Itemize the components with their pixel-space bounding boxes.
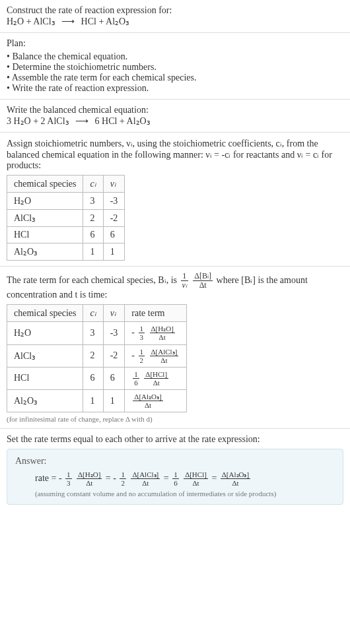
cell-c: 2 (83, 344, 103, 367)
reaction-arrow-icon: ⟶ (61, 16, 75, 27)
prompt-title: Construct the rate of reaction expressio… (7, 5, 343, 16)
cell-species: Al₂O₃ (7, 389, 83, 412)
table-row: AlCl₃ 2 -2 - 12 Δ[AlCl₃]Δt (7, 344, 187, 367)
fraction: Δ[H₂O]Δt (150, 325, 175, 341)
plan-list: Balance the chemical equation. Determine… (7, 51, 343, 94)
table-row: HCl 6 6 16 Δ[HCl]Δt (7, 367, 187, 389)
cell-species: HCl (7, 367, 83, 389)
cell-species: HCl (7, 227, 83, 243)
col-c: cᵢ (83, 176, 103, 193)
cell-nu: 1 (103, 243, 125, 261)
fraction: Δ[HCl]Δt (144, 370, 168, 387)
fraction: 13 (65, 470, 72, 487)
stoich-intro: Assign stoichiometric numbers, νᵢ, using… (7, 138, 343, 171)
prompt-section: Construct the rate of reaction expressio… (0, 0, 350, 33)
plan-item: Determine the stoichiometric numbers. (7, 62, 343, 73)
cell-c: 1 (83, 243, 103, 261)
col-species: chemical species (7, 305, 83, 322)
answer-note: (assuming constant volume and no accumul… (15, 490, 335, 498)
fraction: 12 (120, 470, 126, 487)
cell-c: 6 (83, 367, 103, 389)
plan-item: Balance the chemical equation. (7, 51, 343, 62)
cell-c: 3 (83, 322, 103, 344)
final-title: Set the rate terms equal to each other t… (7, 434, 343, 445)
rate-terms-intro: The rate term for each chemical species,… (7, 272, 343, 300)
rate-terms-footnote: (for infinitesimal rate of change, repla… (7, 415, 343, 423)
reaction-arrow-icon: ⟶ (75, 115, 88, 127)
cell-nu: 6 (103, 227, 125, 243)
plan-item: Assemble the rate term for each chemical… (7, 73, 343, 83)
fraction: Δ[Al₂O₃]Δt (221, 470, 250, 487)
plan-section: Plan: Balance the chemical equation. Det… (0, 33, 350, 100)
balanced-equation: 3 H₂O + 2 AlCl₃ ⟶ 6 HCl + Al₂O₃ (7, 115, 343, 127)
balanced-section: Write the balanced chemical equation: 3 … (0, 100, 350, 133)
col-rate: rate term (125, 305, 187, 322)
fraction: 12 (139, 348, 145, 364)
rate-terms-table: chemical species cᵢ νᵢ rate term H₂O 3 -… (7, 304, 187, 412)
fraction: Δ[HCl]Δt (184, 470, 208, 487)
final-section: Set the rate terms equal to each other t… (0, 429, 350, 510)
table-header-row: chemical species cᵢ νᵢ rate term (7, 305, 187, 322)
cell-c: 3 (83, 193, 103, 210)
fraction: 1 νᵢ (181, 272, 188, 290)
cell-species: AlCl₃ (7, 344, 83, 367)
col-c: cᵢ (83, 305, 103, 322)
fraction: Δ[Al₂O₃]Δt (133, 393, 162, 409)
cell-rate: 16 Δ[HCl]Δt (125, 367, 187, 389)
balanced-lhs: 3 H₂O + 2 AlCl₃ (7, 116, 69, 126)
answer-box: Answer: rate = - 13 Δ[H₂O]Δt = - 12 Δ[Al… (7, 449, 343, 505)
cell-species: AlCl₃ (7, 210, 83, 227)
cell-nu: -2 (103, 344, 125, 367)
table-row: Al₂O₃ 1 1 (7, 243, 125, 261)
fraction: Δ[H₂O]Δt (77, 470, 102, 487)
table-row: H₂O 3 -3 - 13 Δ[H₂O]Δt (7, 322, 187, 344)
fraction: 16 (172, 470, 179, 487)
cell-c: 1 (83, 389, 103, 412)
cell-species: H₂O (7, 322, 83, 344)
rate-terms-section: The rate term for each chemical species,… (0, 267, 350, 429)
cell-c: 6 (83, 227, 103, 243)
col-nu: νᵢ (103, 176, 125, 193)
cell-rate: - 12 Δ[AlCl₃]Δt (125, 344, 187, 367)
cell-species: Al₂O₃ (7, 243, 83, 261)
table-row: Al₂O₃ 1 1 Δ[Al₂O₃]Δt (7, 389, 187, 412)
answer-label: Answer: (15, 456, 335, 467)
cell-nu: -3 (103, 322, 125, 344)
cell-nu: 1 (103, 389, 125, 412)
cell-c: 2 (83, 210, 103, 227)
prompt-lhs: H₂O + AlCl₃ (7, 16, 55, 26)
prompt-equation: H₂O + AlCl₃ ⟶ HCl + Al₂O₃ (7, 16, 343, 27)
balanced-rhs: 6 HCl + Al₂O₃ (95, 116, 151, 126)
fraction: 13 (139, 325, 145, 341)
answer-rate-expression: rate = - 13 Δ[H₂O]Δt = - 12 Δ[AlCl₃]Δt =… (15, 470, 335, 487)
fraction: Δ[Bᵢ] Δt (193, 272, 213, 290)
stoich-numbers-section: Assign stoichiometric numbers, νᵢ, using… (0, 133, 350, 267)
plan-title: Plan: (7, 38, 343, 49)
col-species: chemical species (7, 176, 83, 193)
fraction: Δ[AlCl₃]Δt (131, 470, 160, 487)
prompt-rhs: HCl + Al₂O₃ (81, 16, 130, 26)
cell-rate: Δ[Al₂O₃]Δt (125, 389, 187, 412)
table-row: HCl 6 6 (7, 227, 125, 243)
table-row: H₂O 3 -3 (7, 193, 125, 210)
plan-item: Write the rate of reaction expression. (7, 83, 343, 94)
table-header-row: chemical species cᵢ νᵢ (7, 176, 125, 193)
table-row: AlCl₃ 2 -2 (7, 210, 125, 227)
stoich-table: chemical species cᵢ νᵢ H₂O 3 -3 AlCl₃ 2 … (7, 175, 125, 261)
fraction: Δ[AlCl₃]Δt (150, 348, 179, 364)
cell-nu: 6 (103, 367, 125, 389)
cell-nu: -3 (103, 193, 125, 210)
col-nu: νᵢ (103, 305, 125, 322)
cell-rate: - 13 Δ[H₂O]Δt (125, 322, 187, 344)
cell-nu: -2 (103, 210, 125, 227)
fraction: 16 (133, 370, 139, 387)
cell-species: H₂O (7, 193, 83, 210)
balanced-title: Write the balanced chemical equation: (7, 105, 343, 115)
